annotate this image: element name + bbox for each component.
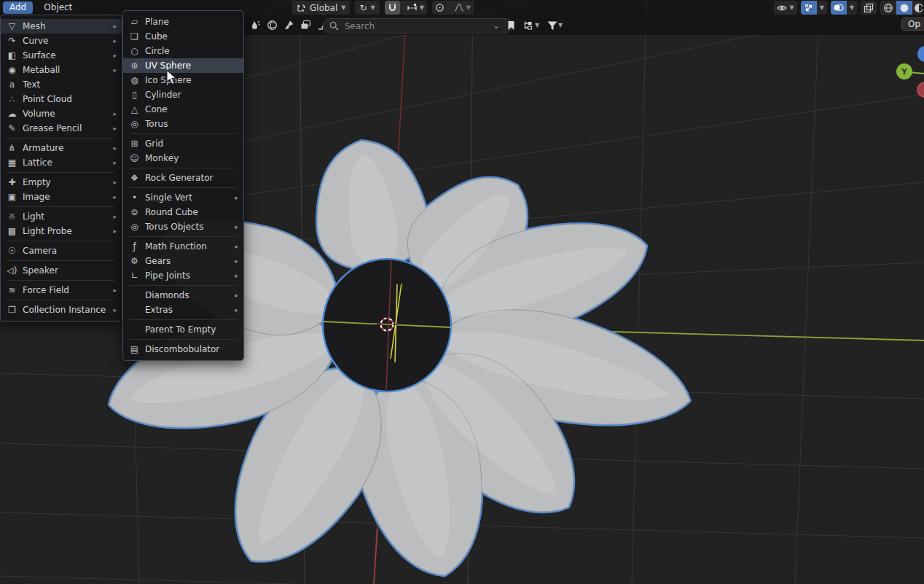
- menu-item-cylinder[interactable]: ▯Cylinder: [123, 87, 243, 102]
- menu-item-point-cloud[interactable]: ∴Point Cloud: [1, 92, 122, 106]
- menu-item-monkey[interactable]: ☺Monkey: [123, 151, 243, 166]
- menu-item-camera[interactable]: ☉Camera: [1, 244, 122, 258]
- curve-icon: ↷: [6, 36, 18, 46]
- menu-item-grid[interactable]: ⊞Grid: [123, 136, 243, 151]
- menu-item-cone[interactable]: △Cone: [123, 102, 243, 117]
- submenu-arrow-icon: ▸: [113, 66, 117, 74]
- menu-item-label: Armature: [23, 143, 110, 153]
- chevron-down-icon: ▼: [817, 4, 827, 11]
- menu-item-gears[interactable]: ⚙Gears▸: [123, 254, 243, 268]
- brush-icon[interactable]: [281, 17, 296, 32]
- gizmos-toggle[interactable]: [801, 1, 817, 15]
- submenu-arrow-icon: ▸: [235, 243, 238, 250]
- shading-mode-group: [880, 1, 923, 15]
- menu-item-lattice[interactable]: ▦Lattice▸: [1, 155, 122, 170]
- menu-item-curve[interactable]: ↷Curve▸: [1, 34, 122, 48]
- add-menu-button[interactable]: Add: [3, 1, 33, 14]
- material-sphere-icon: [912, 3, 923, 13]
- menu-item-label: Speaker: [23, 265, 117, 276]
- menu-item-light-probe[interactable]: ▩Light Probe▸: [1, 224, 122, 238]
- submenu-arrow-icon: ▸: [113, 37, 117, 44]
- menu-item-label: Metaball: [23, 65, 110, 75]
- menu-item-torus-objects[interactable]: ◎Torus Objects▸: [123, 219, 243, 234]
- layers-icon[interactable]: [298, 17, 313, 32]
- menu-item-force-field[interactable]: ≋Force Field▸: [1, 283, 122, 297]
- overlays-toggle[interactable]: [831, 1, 847, 15]
- world-icon[interactable]: [265, 17, 279, 32]
- speaker-icon: ◁): [6, 265, 18, 276]
- monkey-icon: ☺: [128, 153, 141, 163]
- menu-item-ico-sphere[interactable]: ◍Ico Sphere: [123, 73, 243, 87]
- menu-item-label: Surface: [23, 50, 110, 61]
- search-icon: [329, 21, 339, 31]
- menu-item-torus[interactable]: ◎Torus: [123, 117, 243, 131]
- menu-item-label: Light Probe: [23, 226, 110, 236]
- proportional-editing-toggle[interactable]: [432, 1, 447, 15]
- shading-solid-button[interactable]: [896, 1, 912, 15]
- menu-item-uv-sphere[interactable]: ⊕UV Sphere: [123, 58, 243, 73]
- cube-icon: ❏: [128, 31, 141, 42]
- chevron-down-icon: ▼: [466, 4, 471, 11]
- shading-wireframe-button[interactable]: [880, 1, 896, 15]
- menu-item-armature[interactable]: ⋔Armature▸: [1, 141, 122, 155]
- collapse-chevron-icon[interactable]: ⌄: [493, 20, 500, 31]
- menu-item-collection-instance[interactable]: ❐Collection Instance▸: [1, 303, 122, 317]
- menu-item-light[interactable]: ☼Light▸: [1, 209, 122, 224]
- menu-item-diamonds[interactable]: Diamonds▸: [123, 288, 243, 303]
- menu-item-text[interactable]: aText: [1, 77, 122, 92]
- falloff-dropdown[interactable]: ▼: [451, 1, 474, 15]
- pipe-joints-icon: ∟: [128, 270, 141, 281]
- snap-toggle[interactable]: [385, 1, 400, 15]
- solid-sphere-icon: [899, 3, 909, 13]
- object-menu-button[interactable]: Object: [37, 1, 79, 14]
- overlays-control: ▼: [831, 1, 857, 15]
- menu-separator: [1, 238, 122, 244]
- menu-item-surface[interactable]: ◧Surface▸: [1, 48, 122, 63]
- menu-item-empty[interactable]: ✚Empty▸: [1, 175, 122, 190]
- menu-item-metaball[interactable]: ◉Metaball▸: [1, 63, 122, 77]
- menu-separator: [1, 136, 122, 141]
- menu-item-extras[interactable]: Extras▸: [123, 303, 243, 317]
- menu-item-plane[interactable]: ▱Plane: [123, 15, 243, 29]
- menu-item-label: Cone: [145, 104, 238, 114]
- menu-item-discombobulator[interactable]: ▤Discombobulator: [123, 342, 243, 357]
- menu-item-speaker[interactable]: ◁)Speaker: [1, 263, 122, 278]
- gizmo-y-ball[interactable]: Y: [896, 63, 912, 79]
- menu-item-cube[interactable]: ❏Cube: [123, 29, 243, 44]
- chevron-down-icon: ▼: [847, 4, 857, 11]
- bookmark-icon[interactable]: [504, 18, 518, 33]
- menu-item-parent-to-empty[interactable]: Parent To Empty: [123, 322, 243, 337]
- menu-separator: [123, 317, 243, 322]
- gears-icon: ⚙: [128, 256, 141, 266]
- menu-item-volume[interactable]: ☁Volume▸: [1, 106, 122, 121]
- menu-item-circle[interactable]: ○Circle: [123, 44, 243, 58]
- menu-item-mesh[interactable]: ▽Mesh▸: [1, 19, 122, 34]
- display-settings-dropdown[interactable]: ▼: [522, 18, 541, 33]
- filter-dropdown[interactable]: ▼: [544, 18, 565, 33]
- xray-toggle[interactable]: [861, 1, 877, 15]
- menu-item-grease-pencil[interactable]: ✎Grease Pencil▸: [1, 121, 122, 136]
- fluid-icon[interactable]: [248, 17, 262, 32]
- menu-item-rock-generator[interactable]: ❖Rock Generator: [123, 171, 243, 185]
- snap-settings-dropdown[interactable]: ▼: [404, 1, 427, 15]
- search-field[interactable]: [323, 18, 512, 34]
- point-cloud-icon: ∴: [6, 94, 18, 104]
- submenu-arrow-icon: ▸: [113, 125, 117, 132]
- pivot-point-dropdown[interactable]: ↻ ▼: [355, 1, 379, 15]
- shading-material-button[interactable]: [912, 1, 923, 15]
- options-button[interactable]: Op: [901, 17, 924, 31]
- menu-item-label: Collection Instance: [23, 305, 110, 315]
- menu-separator: [123, 185, 243, 190]
- chevron-down-icon: ▼: [341, 4, 345, 11]
- menu-item-label: Grease Pencil: [23, 123, 110, 133]
- visibility-dropdown[interactable]: ▼: [774, 1, 797, 15]
- menu-item-pipe-joints[interactable]: ∟Pipe Joints▸: [123, 268, 243, 283]
- search-input[interactable]: [343, 20, 477, 32]
- menu-item-math-function[interactable]: ƒMath Function▸: [123, 239, 243, 254]
- menu-item-image[interactable]: ▣Image▸: [1, 190, 122, 204]
- menu-separator: [123, 166, 243, 171]
- menu-item-round-cube[interactable]: ⊜Round Cube: [123, 205, 243, 219]
- menu-item-single-vert[interactable]: •Single Vert▸: [123, 190, 243, 205]
- menu-item-label: Lattice: [23, 157, 110, 168]
- transform-orientation-dropdown[interactable]: Global ▼: [292, 1, 350, 15]
